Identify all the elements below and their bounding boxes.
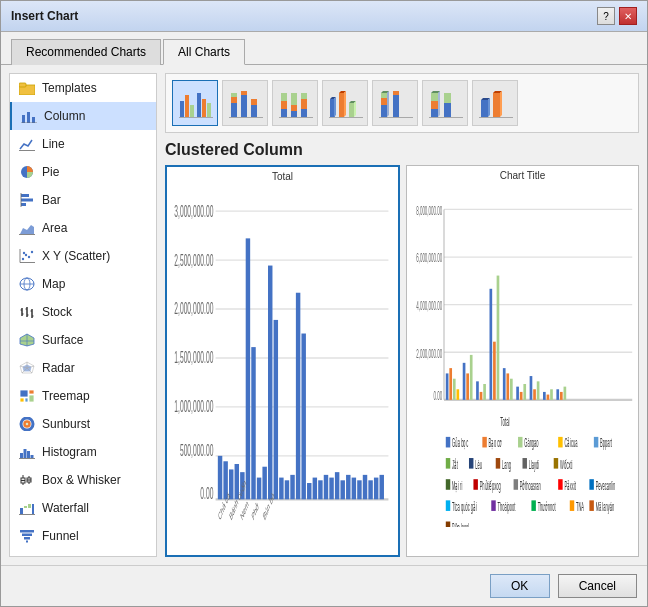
dialog-title: Insert Chart (11, 9, 78, 23)
tab-recommended-charts[interactable]: Recommended Charts (11, 39, 161, 65)
svg-rect-51 (20, 453, 23, 458)
svg-text:500,000.00: 500,000.00 (180, 441, 213, 459)
sidebar-item-pie[interactable]: Pie (10, 158, 156, 186)
svg-rect-82 (231, 103, 237, 117)
svg-text:TNA: TNA (576, 500, 584, 513)
scatter-chart-icon (18, 247, 36, 265)
help-button[interactable]: ? (597, 7, 615, 25)
svg-rect-254 (491, 500, 495, 511)
sidebar-item-treemap[interactable]: Treemap (10, 382, 156, 410)
sunburst-chart-icon (18, 415, 36, 433)
svg-rect-234 (469, 458, 473, 469)
chart-icon-3d-clustered-col[interactable] (322, 80, 368, 126)
bar-chart-icon (18, 191, 36, 209)
sidebar-item-xy-scatter[interactable]: X Y (Scatter) (10, 242, 156, 270)
sidebar-item-sunburst[interactable]: Sunburst (10, 410, 156, 438)
svg-rect-94 (291, 93, 297, 105)
sidebar-item-map[interactable]: Map (10, 270, 156, 298)
chart-icon-clustered-col[interactable] (172, 80, 218, 126)
svg-text:Bữa local: Bữa local (452, 521, 469, 526)
sidebar-item-surface[interactable]: Surface (10, 326, 156, 354)
svg-text:Mã lanyán: Mã lanyán (596, 500, 615, 513)
svg-text:Gủa bọc: Gủa bọc (452, 435, 468, 450)
preview-chart-left[interactable]: Total 3,000,000.00 2,500,000.00 2,000,00… (165, 165, 400, 557)
svg-rect-211 (530, 376, 533, 400)
sidebar-item-box-whisker[interactable]: Box & Whisker (10, 466, 156, 494)
svg-text:Bppart: Bppart (600, 437, 612, 450)
svg-text:Thoáipoot: Thoáipoot (498, 500, 516, 513)
svg-rect-155 (262, 467, 266, 500)
tab-all-charts[interactable]: All Charts (163, 39, 245, 65)
svg-rect-79 (202, 99, 206, 117)
svg-rect-1 (19, 83, 26, 87)
chart-icon-3d-100-stacked-col[interactable] (422, 80, 468, 126)
svg-text:4,000,000.00: 4,000,000.00 (416, 298, 442, 313)
svg-rect-126 (481, 100, 488, 117)
svg-rect-213 (537, 381, 540, 400)
sidebar-item-bar[interactable]: Bar (10, 186, 156, 214)
svg-rect-45 (29, 395, 34, 402)
svg-rect-157 (274, 320, 278, 499)
svg-rect-236 (496, 458, 500, 469)
svg-rect-103 (339, 93, 344, 117)
svg-point-15 (25, 254, 27, 256)
svg-rect-226 (518, 437, 522, 448)
svg-text:0.00: 0.00 (434, 388, 443, 403)
sidebar-item-radar[interactable]: Radar (10, 354, 156, 382)
close-button[interactable]: ✕ (619, 7, 637, 25)
sidebar-item-funnel[interactable]: Funnel (10, 522, 156, 550)
title-bar: Insert Chart ? ✕ (1, 1, 647, 32)
sidebar-item-line[interactable]: Line (10, 130, 156, 158)
svg-rect-111 (381, 98, 387, 105)
chart-icon-3d-stacked-col[interactable] (372, 80, 418, 126)
svg-text:Wốcxti: Wốcxti (560, 458, 573, 471)
svg-text:6,000,000.00: 6,000,000.00 (416, 250, 442, 265)
svg-rect-174 (368, 480, 372, 499)
svg-rect-196 (463, 363, 466, 400)
svg-rect-83 (231, 97, 237, 103)
svg-text:Pevecanlin: Pevecanlin (596, 479, 616, 492)
cancel-button[interactable]: Cancel (558, 574, 637, 598)
ok-button[interactable]: OK (490, 574, 550, 598)
chart-icon-3d-col[interactable] (472, 80, 518, 126)
svg-text:2,500,000.00: 2,500,000.00 (174, 251, 213, 269)
svg-rect-193 (449, 368, 452, 400)
svg-rect-10 (21, 203, 26, 206)
chart-icon-100-stacked-col[interactable] (272, 80, 318, 126)
svg-text:Llaydi: Llaydi (529, 458, 539, 471)
sidebar-item-column[interactable]: Column (10, 102, 156, 130)
dialog-footer: OK Cancel (1, 565, 647, 606)
column-chart-icon (20, 107, 38, 125)
right-panel: Clustered Column Total 3,000,000.00 2,50… (165, 73, 639, 557)
svg-rect-85 (241, 95, 247, 117)
svg-rect-216 (550, 389, 553, 400)
sidebar-item-combo[interactable]: Combo (10, 550, 156, 557)
svg-rect-159 (285, 480, 289, 499)
svg-point-16 (28, 256, 30, 258)
svg-text:1,000,000.00: 1,000,000.00 (174, 398, 213, 416)
svg-rect-162 (301, 334, 305, 500)
svg-rect-158 (279, 478, 283, 500)
sidebar-item-stock[interactable]: Stock (10, 298, 156, 326)
title-bar-controls: ? ✕ (597, 7, 637, 25)
svg-rect-77 (190, 105, 194, 117)
sidebar-item-templates[interactable]: Templates (10, 74, 156, 102)
sidebar-item-area[interactable]: Area (10, 214, 156, 242)
area-chart-icon (18, 219, 36, 237)
svg-marker-131 (500, 91, 502, 117)
preview-chart-right[interactable]: Chart Title 8,000,000.00 6,000,000.00 4,… (406, 165, 639, 557)
svg-rect-208 (516, 387, 519, 400)
svg-rect-169 (340, 480, 344, 499)
funnel-chart-icon (18, 527, 36, 545)
svg-text:Lèu: Lèu (475, 458, 482, 471)
chart-icon-stacked-col[interactable] (222, 80, 268, 126)
svg-rect-217 (556, 389, 559, 400)
svg-rect-242 (446, 479, 450, 490)
svg-rect-2 (22, 115, 25, 123)
sidebar-item-histogram[interactable]: Histogram (10, 438, 156, 466)
svg-text:Jắt: Jắt (452, 457, 458, 472)
svg-rect-63 (24, 506, 27, 508)
svg-rect-214 (543, 392, 546, 400)
sidebar-item-waterfall[interactable]: Waterfall (10, 494, 156, 522)
svg-rect-192 (446, 373, 449, 399)
